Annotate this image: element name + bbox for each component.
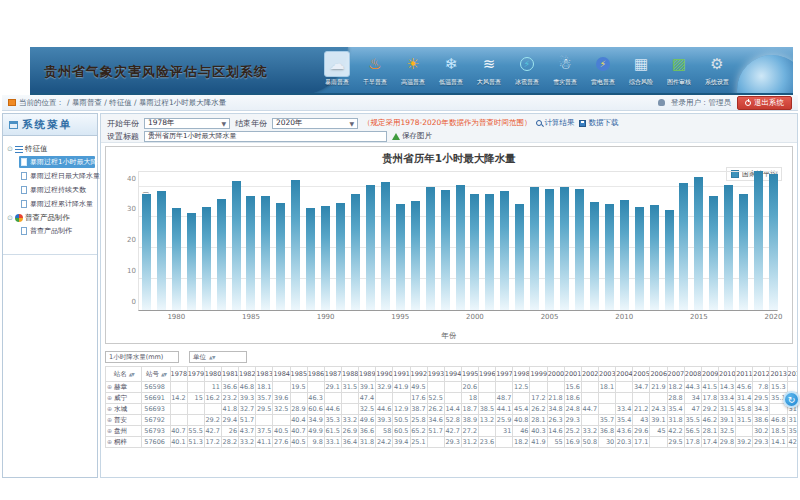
col-year-1981[interactable]: 1981 [221, 367, 238, 382]
col-year-1992[interactable]: 1992 [410, 367, 427, 382]
nav-item-7[interactable]: ☃雪灾普查 [547, 51, 583, 87]
col-year-2011[interactable]: 2011 [736, 367, 753, 382]
table-cell [273, 415, 290, 426]
expand-row-icon[interactable]: ⊕ [107, 405, 112, 412]
col-year-1983[interactable]: 1983 [256, 367, 273, 382]
table-row[interactable]: ⊕ 盘州5679340.755.542.72643.737.540.540.74… [106, 426, 798, 437]
nav-item-10[interactable]: ▨图件审核 [661, 51, 697, 87]
col-year-1978[interactable]: 1978 [170, 367, 187, 382]
sidebar-item[interactable]: 暴雨过程累计降水量 [19, 198, 95, 210]
nav-item-6[interactable]: ⚡冰雹普查 [509, 51, 545, 87]
table-cell: 34.6 [427, 415, 444, 426]
sort-icons[interactable]: ▲ ▼ [209, 355, 214, 360]
col-year-2002[interactable]: 2002 [581, 367, 598, 382]
col-year-2005[interactable]: 2005 [633, 367, 650, 382]
table-cell: 17.8 [701, 393, 718, 404]
col-year-1980[interactable]: 1980 [204, 367, 221, 382]
nav-item-3[interactable]: ☀高温普查 [395, 51, 431, 87]
col-year-2008[interactable]: 2008 [684, 367, 701, 382]
table-cell: 29.8 [719, 437, 736, 448]
col-year-1979[interactable]: 1979 [187, 367, 204, 382]
rainstorm-icon: ☁ [324, 51, 350, 77]
col-year-1995[interactable]: 1995 [461, 367, 478, 382]
refresh-button[interactable]: ↻ [783, 391, 800, 408]
nav-item-9[interactable]: ▦综合风险 [623, 51, 659, 87]
col-year-1982[interactable]: 1982 [239, 367, 256, 382]
value-filter-box[interactable]: 1小时降水量(mm) [105, 351, 179, 363]
col-year-1991[interactable]: 1991 [393, 367, 410, 382]
breadcrumb[interactable]: / 暴雨普查 / 特征值 / 暴雨过程1小时最大降水量 [67, 98, 226, 108]
start-year-select[interactable]: 1978年▼ [144, 118, 230, 129]
expand-row-icon[interactable]: ⊕ [107, 438, 112, 445]
table-row[interactable]: ⊕ 赫章565981136.646.818.119.529.131.539.13… [106, 382, 798, 393]
col-year-2001[interactable]: 2001 [564, 367, 581, 382]
col-year-2003[interactable]: 2003 [599, 367, 616, 382]
col-year-1999[interactable]: 1999 [530, 367, 547, 382]
table-cell: 46.8 [770, 415, 787, 426]
nav-item-8[interactable]: ⚡雷电普查 [585, 51, 621, 87]
page-icon [21, 158, 27, 166]
col-year-2009[interactable]: 2009 [701, 367, 718, 382]
nav-item-11[interactable]: ⚙系统设置 [699, 51, 735, 87]
tree-group-1[interactable]: ⊙特征值 [7, 144, 95, 154]
expand-icon[interactable]: ⊙ [7, 214, 13, 222]
table-row[interactable]: ⊕ 威宁5669114.21516.223.239.335.739.646.34… [106, 393, 798, 404]
unit-filter-box[interactable]: 单位 ▲ ▼ [189, 351, 247, 363]
col-year-1997[interactable]: 1997 [496, 367, 513, 382]
table-cell [376, 393, 393, 404]
expand-row-icon[interactable]: ⊕ [107, 416, 112, 423]
col-year-1986[interactable]: 1986 [307, 367, 324, 382]
col-year-1987[interactable]: 1987 [324, 367, 341, 382]
save-image-button[interactable]: 保存图片 [392, 131, 432, 141]
col-station[interactable]: 站名 ▲▼ [106, 367, 142, 382]
expand-icon[interactable]: ⊙ [7, 145, 13, 153]
col-year-1988[interactable]: 1988 [341, 367, 358, 382]
col-year-2000[interactable]: 2000 [547, 367, 564, 382]
col-year-1993[interactable]: 1993 [427, 367, 444, 382]
sidebar-header: 系统菜单 [3, 114, 97, 136]
table-cell: 17.1 [633, 437, 650, 448]
x-tick-label: 2005 [541, 313, 559, 321]
col-year-2004[interactable]: 2004 [616, 367, 633, 382]
nav-item-5[interactable]: ≋大风普查 [471, 51, 507, 87]
expand-row-icon[interactable]: ⊕ [107, 383, 112, 390]
chart-title-input[interactable] [144, 131, 387, 142]
expand-row-icon[interactable]: ⊕ [107, 427, 112, 434]
sidebar-item[interactable]: 普查产品制作 [19, 225, 95, 237]
table-row[interactable]: ⊕ 水城5669341.832.729.532.528.960.644.632.… [106, 404, 798, 415]
sidebar-item[interactable]: 暴雨过程1小时最大降水量 [19, 156, 95, 168]
col-year-1998[interactable]: 1998 [513, 367, 530, 382]
table-cell: 31 [496, 426, 513, 437]
sort-icons[interactable]: ▲▼ [161, 372, 166, 377]
expand-row-icon[interactable]: ⊕ [107, 394, 112, 401]
col-year-2014[interactable]: 2014 [787, 367, 797, 382]
col-year-1994[interactable]: 1994 [444, 367, 461, 382]
table-cell: 29.5 [256, 404, 273, 415]
col-year-2007[interactable]: 2007 [667, 367, 684, 382]
tree-group-2[interactable]: ⊙普查产品制作 [7, 213, 95, 223]
col-year-1996[interactable]: 1996 [479, 367, 496, 382]
table-row[interactable]: ⊕ 桐梓5760640.151.317.228.233.241.127.640.… [106, 437, 798, 448]
col-year-2012[interactable]: 2012 [753, 367, 770, 382]
sidebar-item[interactable]: 暴雨过程日最大降水量 [19, 170, 95, 182]
login-user-label: 登录用户：管理员 [671, 98, 731, 108]
col-id[interactable]: 站号 ▲▼ [142, 367, 170, 382]
sidebar-item[interactable]: 暴雨过程持续天数 [19, 184, 95, 196]
col-year-1989[interactable]: 1989 [359, 367, 376, 382]
nav-item-4[interactable]: ❄低温普查 [433, 51, 469, 87]
col-year-1984[interactable]: 1984 [273, 367, 290, 382]
col-year-1985[interactable]: 1985 [290, 367, 307, 382]
data-download-button[interactable]: 数据下载 [579, 118, 618, 128]
end-year-select[interactable]: 2020年▼ [272, 118, 358, 129]
table-row[interactable]: ⊕ 普安5679229.229.451.740.434.935.333.249.… [106, 415, 798, 426]
sort-icons[interactable]: ▲▼ [129, 372, 134, 377]
table-cell: 32.5 [273, 404, 290, 415]
logout-button[interactable]: 退出系统 [737, 96, 792, 110]
nav-item-2[interactable]: ♨干旱普查 [357, 51, 393, 87]
nav-item-1[interactable]: ☁暴雨普查 [319, 51, 355, 87]
col-year-1990[interactable]: 1990 [376, 367, 393, 382]
col-year-2013[interactable]: 2013 [770, 367, 787, 382]
col-year-2006[interactable]: 2006 [650, 367, 667, 382]
calc-result-button[interactable]: 计算结果 [536, 118, 574, 128]
col-year-2010[interactable]: 2010 [719, 367, 736, 382]
